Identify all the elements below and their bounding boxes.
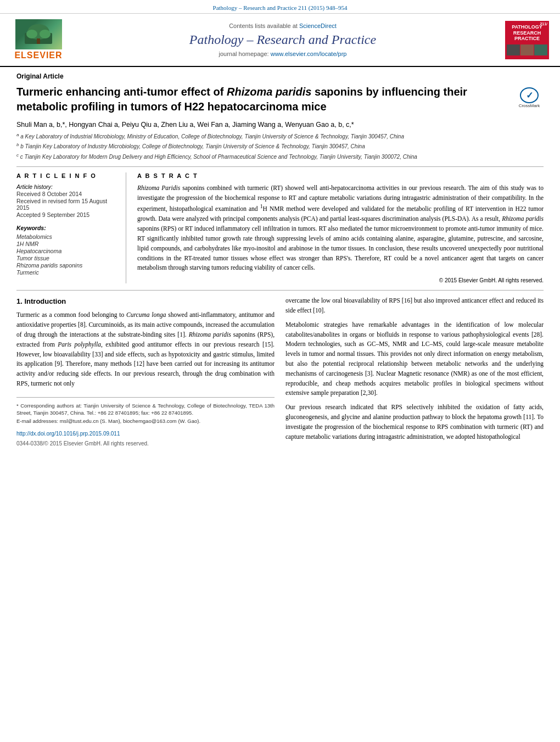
copyright-line: © 2015 Elsevier GmbH. All rights reserve… bbox=[137, 277, 544, 283]
keyword-2: 1H NMR bbox=[16, 241, 117, 247]
article-content: Original Article Turmeric enhancing anti… bbox=[0, 67, 560, 459]
keywords-label: Keywords: bbox=[16, 225, 117, 231]
crossmark-circle: ✓ bbox=[520, 87, 539, 103]
issn-line: 0344-0338/© 2015 Elsevier GmbH. All righ… bbox=[16, 439, 275, 448]
doi-line[interactable]: http://dx.doi.org/10.1016/j.prp.2015.09.… bbox=[16, 429, 275, 438]
authors-line: Shuli Man a, b,*, Hongyan Chai a, Peiyu … bbox=[16, 121, 544, 129]
abstract-column: A B S T R A C T Rhizoma Paridis saponins… bbox=[137, 172, 544, 283]
article-info-column: A R T I C L E I N F O Article history: R… bbox=[16, 172, 126, 283]
info-abstract-section: A R T I C L E I N F O Article history: R… bbox=[16, 166, 544, 283]
keywords-section: Keywords: Metabolomics 1H NMR Hepatocarc… bbox=[16, 225, 117, 276]
affiliation-a: a a Key Laboratory of Industrial Microbi… bbox=[16, 132, 544, 141]
footnote-corresponding: * Corresponding authors at: Tianjin Univ… bbox=[16, 402, 275, 417]
article-info-heading: A R T I C L E I N F O bbox=[16, 172, 117, 179]
footnote-area: * Corresponding authors at: Tianjin Univ… bbox=[16, 402, 275, 425]
body-para-2: overcame the low oral bioavailability of… bbox=[285, 296, 544, 316]
body-para-1: Turmeric as a common food belonging to C… bbox=[16, 310, 275, 389]
history-label: Article history: bbox=[16, 183, 117, 190]
abstract-body-text: saponins combined with turmeric (RT) sho… bbox=[137, 185, 544, 271]
title-text-part1: Turmeric enhancing anti-tumor effect of bbox=[16, 86, 227, 98]
journal-header: ELSEVIER Contents lists available at Sci… bbox=[0, 14, 560, 67]
journal-vol-badge: 211/ bbox=[540, 22, 547, 26]
authors-text: Shuli Man a, b,*, Hongyan Chai a, Peiyu … bbox=[16, 121, 354, 129]
received-revised-date: Received in revised form 15 August 2015 bbox=[16, 198, 117, 211]
body-divider bbox=[16, 290, 544, 291]
journal-homepage-link[interactable]: www.elsevier.com/locate/prp bbox=[271, 51, 347, 57]
sciencedirect-link[interactable]: ScienceDirect bbox=[299, 23, 337, 29]
article-title-area: Turmeric enhancing anti-tumor effect of … bbox=[16, 85, 544, 114]
logo-img-3 bbox=[534, 44, 547, 55]
affiliation-b: b b Tianjin Key Laboratory of Industry M… bbox=[16, 142, 544, 150]
accepted-date: Accepted 9 September 2015 bbox=[16, 211, 117, 218]
page-wrapper: Pathology – Research and Practice 211 (2… bbox=[0, 0, 560, 742]
footnote-email: E-mail addresses: msl@tust.edu.cn (S. Ma… bbox=[16, 417, 275, 425]
keyword-1: Metabolomics bbox=[16, 233, 117, 240]
logo-img-1 bbox=[507, 44, 520, 55]
sciencedirect-line: Contents lists available at ScienceDirec… bbox=[66, 23, 500, 29]
crossmark-logo: ✓ CrossMark bbox=[519, 87, 544, 108]
article-history-section: Article history: Received 8 October 2014… bbox=[16, 183, 117, 218]
keyword-5: Rhizoma paridis saponins bbox=[16, 262, 117, 269]
svg-point-3 bbox=[40, 30, 51, 38]
journal-logo-box: 211/ PATHOLOGYRESEARCHPRACTICE bbox=[505, 21, 549, 59]
article-title: Turmeric enhancing anti-tumor effect of … bbox=[16, 85, 511, 114]
logo-img-2 bbox=[520, 44, 534, 55]
body-column-left: 1. Introduction Turmeric as a common foo… bbox=[16, 296, 275, 448]
elsevier-brand-text: ELSEVIER bbox=[14, 51, 62, 60]
body-para-4: Our previous research indicated that RPS… bbox=[285, 403, 544, 442]
elsevier-logo-area: ELSEVIER bbox=[11, 19, 66, 60]
svg-point-2 bbox=[26, 30, 37, 38]
journal-homepage-line: journal homepage: www.elsevier.com/locat… bbox=[66, 51, 500, 57]
journal-logo-title: PATHOLOGYRESEARCHPRACTICE bbox=[512, 24, 542, 42]
crossmark-label: CrossMark bbox=[519, 103, 540, 108]
affiliation-c: c c Tianjin Key Laboratory for Modern Dr… bbox=[16, 152, 544, 161]
crossmark-icon: ✓ CrossMark bbox=[519, 87, 540, 108]
keyword-4: Tumor tissue bbox=[16, 255, 117, 261]
body-para-3: Metabolomic strategies have remarkable a… bbox=[285, 320, 544, 399]
article-type-label: Original Article bbox=[16, 72, 544, 80]
journal-name-heading: Pathology – Research and Practice bbox=[66, 32, 500, 47]
keyword-3: Hepatocarcinoma bbox=[16, 248, 117, 254]
journal-logo-area: 211/ PATHOLOGYRESEARCHPRACTICE bbox=[500, 21, 549, 59]
article-footer: * Corresponding authors at: Tianjin Univ… bbox=[16, 397, 275, 448]
title-italic-part: Rhizoma paridis bbox=[227, 86, 311, 98]
svg-rect-4 bbox=[37, 38, 40, 44]
abstract-heading: A B S T R A C T bbox=[137, 172, 544, 179]
journal-logo-images bbox=[507, 44, 547, 55]
keyword-6: Turmeric bbox=[16, 269, 117, 276]
abstract-text: Rhizoma Paridis saponins combined with t… bbox=[137, 183, 544, 273]
elsevier-tree-image bbox=[15, 19, 62, 49]
body-two-col: 1. Introduction Turmeric as a common foo… bbox=[16, 296, 544, 448]
affiliations-section: a a Key Laboratory of Industrial Microbi… bbox=[16, 132, 544, 161]
abstract-italic-intro: Rhizoma Paridis bbox=[137, 185, 180, 191]
journal-reference-text: Pathology – Research and Practice 211 (2… bbox=[213, 4, 348, 11]
body-column-right: overcame the low oral bioavailability of… bbox=[285, 296, 544, 448]
received-date: Received 8 October 2014 bbox=[16, 191, 117, 197]
journal-title-area: Contents lists available at ScienceDirec… bbox=[66, 23, 500, 57]
journal-reference-bar: Pathology – Research and Practice 211 (2… bbox=[0, 0, 560, 14]
section1-heading: 1. Introduction bbox=[16, 296, 275, 307]
